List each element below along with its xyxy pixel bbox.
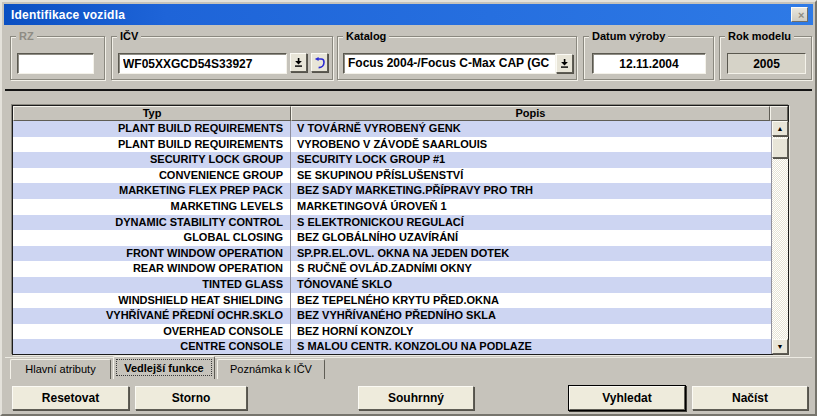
table-cell-typ: REAR WINDOW OPERATION xyxy=(13,261,291,277)
table-cell-typ: CENTRE CONSOLE xyxy=(13,339,291,354)
table-cell-popis: SE SKUPINOU PŘÍSLUŠENSTVÍ xyxy=(291,168,771,184)
table-row[interactable]: CONVENIENCE GROUP SE SKUPINOU PŘÍSLUŠENS… xyxy=(13,168,771,184)
tab-vedlejsi-funkce[interactable]: Vedlejší funkce xyxy=(113,356,215,379)
storno-button[interactable]: Storno xyxy=(135,386,247,410)
table-row[interactable]: REAR WINDOW OPERATION S RUČNĚ OVLÁD.ZADN… xyxy=(13,261,771,277)
table-row[interactable]: FRONT WINDOW OPERATION SP.PR.EL.OVL. OKN… xyxy=(13,246,771,262)
rz-input[interactable] xyxy=(17,53,94,74)
table-cell-typ: TINTED GLASS xyxy=(13,277,291,293)
icv-input[interactable] xyxy=(118,53,287,74)
icv-dropdown-button[interactable] xyxy=(290,53,307,72)
drop-arrow-underline-icon xyxy=(294,58,303,67)
table-row[interactable]: VYHŘÍVANÉ PŘEDNÍ OCHR.SKLO BEZ VYHŘÍVANÉ… xyxy=(13,308,771,324)
table-cell-typ: DYNAMIC STABILITY CONTROL xyxy=(13,215,291,231)
vertical-scrollbar[interactable]: ▲ ▼ xyxy=(771,121,788,354)
table-row[interactable]: CENTRE CONSOLE S MALOU CENTR. KONZOLOU N… xyxy=(13,339,771,354)
icv-label: IČV xyxy=(117,29,141,43)
table-cell-typ: WINDSHIELD HEAT SHIELDING xyxy=(13,293,291,309)
dialog-identifikace-vozidla: Identifikace vozidla × RZ IČV xyxy=(0,0,817,416)
close-button[interactable]: × xyxy=(791,7,808,22)
table-row[interactable]: GLOBAL CLOSING BEZ GLOBÁLNÍHO UZAVÍRÁNÍ xyxy=(13,230,771,246)
table-row[interactable]: MARKETING LEVELS MARKETINGOVÁ ÚROVEŇ 1 xyxy=(13,199,771,215)
tab-poznamka-k-icv[interactable]: Poznámka k IČV xyxy=(217,359,325,379)
attributes-table: Typ Popis PLANT BUILD REQUIREMENTS V TOV… xyxy=(12,105,789,355)
souhrnny-button[interactable]: Souhrnný xyxy=(358,386,474,410)
table-row[interactable]: PLANT BUILD REQUIREMENTS VYROBENO V ZÁVO… xyxy=(13,137,771,153)
table-cell-popis: SP.PR.EL.OVL. OKNA NA JEDEN DOTEK xyxy=(291,246,771,262)
horizontal-divider xyxy=(5,89,812,91)
table-cell-popis: V TOVÁRNĚ VYROBENÝ GENK xyxy=(291,121,771,137)
scrollbar-thumb[interactable] xyxy=(772,138,788,158)
column-header-popis: Popis xyxy=(291,106,770,121)
group-icv: IČV xyxy=(111,36,333,80)
katalog-label: Katalog xyxy=(343,29,389,43)
vyhledat-button[interactable]: Vyhledat xyxy=(569,386,685,410)
table-cell-typ: OVERHEAD CONSOLE xyxy=(13,324,291,340)
table-row[interactable]: PLANT BUILD REQUIREMENTS V TOVÁRNĚ VYROB… xyxy=(13,121,771,137)
datum-vyroby-label: Datum výroby xyxy=(589,29,668,43)
table-header: Typ Popis xyxy=(13,106,788,121)
table-cell-popis: BEZ VYHŘÍVANÉHO PŘEDNÍHO SKLA xyxy=(291,308,771,324)
group-katalog: Katalog Focus 2004-/Focus C-Max CAP (GC xyxy=(337,36,577,80)
group-datum-vyroby: Datum výroby xyxy=(583,36,714,80)
table-cell-typ: MARKETING LEVELS xyxy=(13,199,291,215)
table-cell-popis: S ELEKTRONICKOU REGULACÍ xyxy=(291,215,771,231)
katalog-dropdown-button[interactable] xyxy=(556,54,573,73)
table-cell-popis: SECURITY LOCK GROUP #1 xyxy=(291,152,771,168)
table-row[interactable]: OVERHEAD CONSOLE BEZ HORNÍ KONZOLY xyxy=(13,324,771,340)
rz-label: RZ xyxy=(16,29,37,43)
column-header-stub xyxy=(770,106,788,121)
table-row[interactable]: MARKETING FLEX PREP PACK BEZ SADY MARKET… xyxy=(13,183,771,199)
table-cell-popis: TÓNOVANÉ SKLO xyxy=(291,277,771,293)
tab-hlavni-atributy[interactable]: Hlavní atributy xyxy=(10,359,111,379)
resetovat-button[interactable]: Resetovat xyxy=(12,386,129,410)
datum-vyroby-input[interactable] xyxy=(592,53,706,74)
table-cell-typ: MARKETING FLEX PREP PACK xyxy=(13,183,291,199)
table-cell-popis: S MALOU CENTR. KONZOLOU NA PODLAZE xyxy=(291,339,771,354)
drop-arrow-underline-icon xyxy=(560,59,569,68)
table-cell-popis: BEZ TEPELNÉHO KRYTU PŘED.OKNA xyxy=(291,293,771,309)
table-cell-typ: PLANT BUILD REQUIREMENTS xyxy=(13,137,291,153)
undo-icon xyxy=(314,57,325,69)
window-title: Identifikace vozidla xyxy=(4,8,125,22)
table-row[interactable]: SECURITY LOCK GROUP SECURITY LOCK GROUP … xyxy=(13,152,771,168)
table-row[interactable]: WINDSHIELD HEAT SHIELDING BEZ TEPELNÉHO … xyxy=(13,293,771,309)
table-row[interactable]: TINTED GLASS TÓNOVANÉ SKLO xyxy=(13,277,771,293)
titlebar: Identifikace vozidla × xyxy=(4,4,813,25)
table-cell-typ: SECURITY LOCK GROUP xyxy=(13,152,291,168)
table-row[interactable]: DYNAMIC STABILITY CONTROL S ELEKTRONICKO… xyxy=(13,215,771,231)
icv-undo-button[interactable] xyxy=(311,53,328,72)
rok-modelu-label: Rok modelu xyxy=(725,29,794,43)
table-cell-popis: MARKETINGOVÁ ÚROVEŇ 1 xyxy=(291,199,771,215)
table-cell-typ: GLOBAL CLOSING xyxy=(13,230,291,246)
table-cell-typ: VYHŘÍVANÉ PŘEDNÍ OCHR.SKLO xyxy=(13,308,291,324)
table-body: PLANT BUILD REQUIREMENTS V TOVÁRNĚ VYROB… xyxy=(13,121,771,354)
table-cell-popis: BEZ SADY MARKETING.PŘÍPRAVY PRO TRH xyxy=(291,183,771,199)
scroll-down-button[interactable]: ▼ xyxy=(772,339,788,354)
table-cell-typ: FRONT WINDOW OPERATION xyxy=(13,246,291,262)
column-header-typ: Typ xyxy=(13,106,291,121)
group-rz: RZ xyxy=(10,36,105,80)
nacist-button[interactable]: Načíst xyxy=(692,386,808,410)
table-cell-popis: BEZ GLOBÁLNÍHO UZAVÍRÁNÍ xyxy=(291,230,771,246)
table-cell-typ: CONVENIENCE GROUP xyxy=(13,168,291,184)
group-rok-modelu: Rok modelu 2005 xyxy=(719,36,812,80)
table-cell-popis: BEZ HORNÍ KONZOLY xyxy=(291,324,771,340)
table-cell-popis: VYROBENO V ZÁVODĚ SAARLOUIS xyxy=(291,137,771,153)
table-cell-typ: PLANT BUILD REQUIREMENTS xyxy=(13,121,291,137)
table-cell-popis: S RUČNĚ OVLÁD.ZADNÍMI OKNY xyxy=(291,261,771,277)
scroll-up-button[interactable]: ▲ xyxy=(772,121,788,136)
katalog-combobox[interactable]: Focus 2004-/Focus C-Max CAP (GC xyxy=(343,53,556,74)
rok-modelu-value: 2005 xyxy=(727,53,806,74)
